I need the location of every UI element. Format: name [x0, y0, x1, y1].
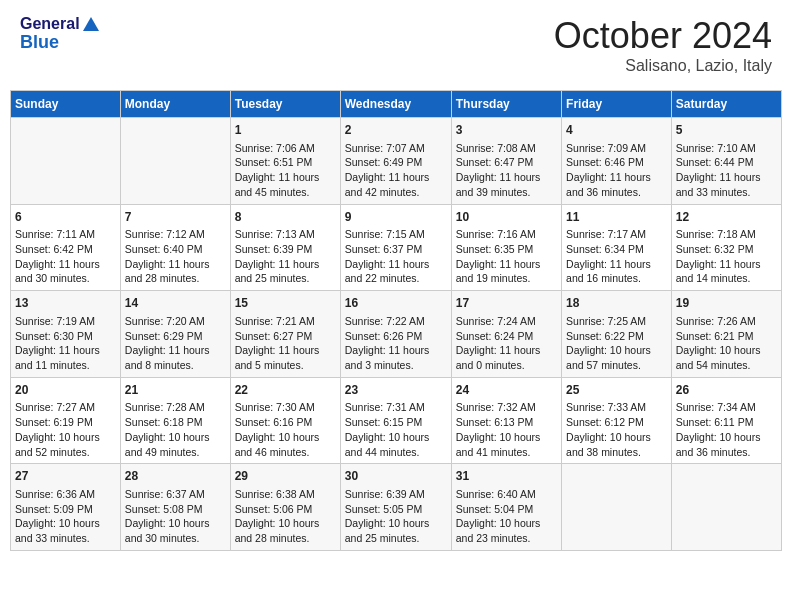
calendar-cell [671, 464, 781, 551]
cell-content: Sunrise: 7:25 AM Sunset: 6:22 PM Dayligh… [566, 314, 667, 373]
day-number: 22 [235, 382, 336, 399]
calendar-cell: 8Sunrise: 7:13 AM Sunset: 6:39 PM Daylig… [230, 204, 340, 291]
cell-content: Sunrise: 7:06 AM Sunset: 6:51 PM Dayligh… [235, 141, 336, 200]
calendar-cell: 26Sunrise: 7:34 AM Sunset: 6:11 PM Dayli… [671, 377, 781, 464]
day-number: 5 [676, 122, 777, 139]
col-header-friday: Friday [562, 91, 672, 118]
day-number: 14 [125, 295, 226, 312]
logo-general-text: General [20, 15, 80, 33]
day-number: 12 [676, 209, 777, 226]
day-number: 20 [15, 382, 116, 399]
day-number: 23 [345, 382, 447, 399]
calendar-cell: 17Sunrise: 7:24 AM Sunset: 6:24 PM Dayli… [451, 291, 561, 378]
day-number: 26 [676, 382, 777, 399]
calendar-cell: 21Sunrise: 7:28 AM Sunset: 6:18 PM Dayli… [120, 377, 230, 464]
day-number: 7 [125, 209, 226, 226]
svg-marker-0 [83, 17, 99, 31]
calendar-cell: 29Sunrise: 6:38 AM Sunset: 5:06 PM Dayli… [230, 464, 340, 551]
cell-content: Sunrise: 6:40 AM Sunset: 5:04 PM Dayligh… [456, 487, 557, 546]
page-header: General Blue October 2024 Salisano, Lazi… [10, 10, 782, 80]
calendar-cell: 11Sunrise: 7:17 AM Sunset: 6:34 PM Dayli… [562, 204, 672, 291]
calendar-cell: 4Sunrise: 7:09 AM Sunset: 6:46 PM Daylig… [562, 118, 672, 205]
calendar-cell: 15Sunrise: 7:21 AM Sunset: 6:27 PM Dayli… [230, 291, 340, 378]
day-number: 17 [456, 295, 557, 312]
day-number: 8 [235, 209, 336, 226]
location-title: Salisano, Lazio, Italy [554, 57, 772, 75]
calendar-cell: 28Sunrise: 6:37 AM Sunset: 5:08 PM Dayli… [120, 464, 230, 551]
cell-content: Sunrise: 7:33 AM Sunset: 6:12 PM Dayligh… [566, 400, 667, 459]
day-number: 15 [235, 295, 336, 312]
cell-content: Sunrise: 7:07 AM Sunset: 6:49 PM Dayligh… [345, 141, 447, 200]
col-header-monday: Monday [120, 91, 230, 118]
col-header-saturday: Saturday [671, 91, 781, 118]
calendar-cell: 27Sunrise: 6:36 AM Sunset: 5:09 PM Dayli… [11, 464, 121, 551]
calendar-cell: 7Sunrise: 7:12 AM Sunset: 6:40 PM Daylig… [120, 204, 230, 291]
day-number: 19 [676, 295, 777, 312]
calendar-cell: 9Sunrise: 7:15 AM Sunset: 6:37 PM Daylig… [340, 204, 451, 291]
cell-content: Sunrise: 6:37 AM Sunset: 5:08 PM Dayligh… [125, 487, 226, 546]
calendar-cell: 14Sunrise: 7:20 AM Sunset: 6:29 PM Dayli… [120, 291, 230, 378]
calendar-cell: 31Sunrise: 6:40 AM Sunset: 5:04 PM Dayli… [451, 464, 561, 551]
col-header-wednesday: Wednesday [340, 91, 451, 118]
cell-content: Sunrise: 7:28 AM Sunset: 6:18 PM Dayligh… [125, 400, 226, 459]
calendar-cell: 13Sunrise: 7:19 AM Sunset: 6:30 PM Dayli… [11, 291, 121, 378]
day-number: 28 [125, 468, 226, 485]
day-number: 1 [235, 122, 336, 139]
day-number: 31 [456, 468, 557, 485]
cell-content: Sunrise: 7:26 AM Sunset: 6:21 PM Dayligh… [676, 314, 777, 373]
cell-content: Sunrise: 7:16 AM Sunset: 6:35 PM Dayligh… [456, 227, 557, 286]
calendar-cell: 23Sunrise: 7:31 AM Sunset: 6:15 PM Dayli… [340, 377, 451, 464]
week-row-3: 13Sunrise: 7:19 AM Sunset: 6:30 PM Dayli… [11, 291, 782, 378]
calendar-cell: 22Sunrise: 7:30 AM Sunset: 6:16 PM Dayli… [230, 377, 340, 464]
cell-content: Sunrise: 7:32 AM Sunset: 6:13 PM Dayligh… [456, 400, 557, 459]
cell-content: Sunrise: 7:08 AM Sunset: 6:47 PM Dayligh… [456, 141, 557, 200]
col-header-sunday: Sunday [11, 91, 121, 118]
cell-content: Sunrise: 7:10 AM Sunset: 6:44 PM Dayligh… [676, 141, 777, 200]
calendar-cell: 16Sunrise: 7:22 AM Sunset: 6:26 PM Dayli… [340, 291, 451, 378]
week-row-4: 20Sunrise: 7:27 AM Sunset: 6:19 PM Dayli… [11, 377, 782, 464]
col-header-thursday: Thursday [451, 91, 561, 118]
day-number: 2 [345, 122, 447, 139]
logo: General Blue [20, 15, 100, 53]
day-number: 10 [456, 209, 557, 226]
title-block: October 2024 Salisano, Lazio, Italy [554, 15, 772, 75]
cell-content: Sunrise: 7:13 AM Sunset: 6:39 PM Dayligh… [235, 227, 336, 286]
day-number: 27 [15, 468, 116, 485]
month-title: October 2024 [554, 15, 772, 57]
cell-content: Sunrise: 7:19 AM Sunset: 6:30 PM Dayligh… [15, 314, 116, 373]
cell-content: Sunrise: 7:17 AM Sunset: 6:34 PM Dayligh… [566, 227, 667, 286]
calendar-cell [120, 118, 230, 205]
calendar-cell: 20Sunrise: 7:27 AM Sunset: 6:19 PM Dayli… [11, 377, 121, 464]
calendar-cell [562, 464, 672, 551]
week-row-5: 27Sunrise: 6:36 AM Sunset: 5:09 PM Dayli… [11, 464, 782, 551]
logo-arrow-icon [82, 15, 100, 33]
calendar-cell: 6Sunrise: 7:11 AM Sunset: 6:42 PM Daylig… [11, 204, 121, 291]
cell-content: Sunrise: 6:38 AM Sunset: 5:06 PM Dayligh… [235, 487, 336, 546]
day-number: 30 [345, 468, 447, 485]
day-number: 29 [235, 468, 336, 485]
day-number: 25 [566, 382, 667, 399]
day-number: 6 [15, 209, 116, 226]
calendar-cell: 1Sunrise: 7:06 AM Sunset: 6:51 PM Daylig… [230, 118, 340, 205]
cell-content: Sunrise: 7:31 AM Sunset: 6:15 PM Dayligh… [345, 400, 447, 459]
cell-content: Sunrise: 7:20 AM Sunset: 6:29 PM Dayligh… [125, 314, 226, 373]
cell-content: Sunrise: 7:12 AM Sunset: 6:40 PM Dayligh… [125, 227, 226, 286]
header-row: SundayMondayTuesdayWednesdayThursdayFrid… [11, 91, 782, 118]
calendar-cell: 19Sunrise: 7:26 AM Sunset: 6:21 PM Dayli… [671, 291, 781, 378]
week-row-1: 1Sunrise: 7:06 AM Sunset: 6:51 PM Daylig… [11, 118, 782, 205]
calendar-cell: 12Sunrise: 7:18 AM Sunset: 6:32 PM Dayli… [671, 204, 781, 291]
cell-content: Sunrise: 7:27 AM Sunset: 6:19 PM Dayligh… [15, 400, 116, 459]
calendar-cell: 2Sunrise: 7:07 AM Sunset: 6:49 PM Daylig… [340, 118, 451, 205]
calendar-cell: 10Sunrise: 7:16 AM Sunset: 6:35 PM Dayli… [451, 204, 561, 291]
calendar-cell: 18Sunrise: 7:25 AM Sunset: 6:22 PM Dayli… [562, 291, 672, 378]
cell-content: Sunrise: 7:30 AM Sunset: 6:16 PM Dayligh… [235, 400, 336, 459]
day-number: 3 [456, 122, 557, 139]
cell-content: Sunrise: 7:15 AM Sunset: 6:37 PM Dayligh… [345, 227, 447, 286]
calendar-cell: 24Sunrise: 7:32 AM Sunset: 6:13 PM Dayli… [451, 377, 561, 464]
cell-content: Sunrise: 7:22 AM Sunset: 6:26 PM Dayligh… [345, 314, 447, 373]
cell-content: Sunrise: 7:11 AM Sunset: 6:42 PM Dayligh… [15, 227, 116, 286]
day-number: 18 [566, 295, 667, 312]
logo-blue-text: Blue [20, 33, 100, 53]
week-row-2: 6Sunrise: 7:11 AM Sunset: 6:42 PM Daylig… [11, 204, 782, 291]
day-number: 24 [456, 382, 557, 399]
